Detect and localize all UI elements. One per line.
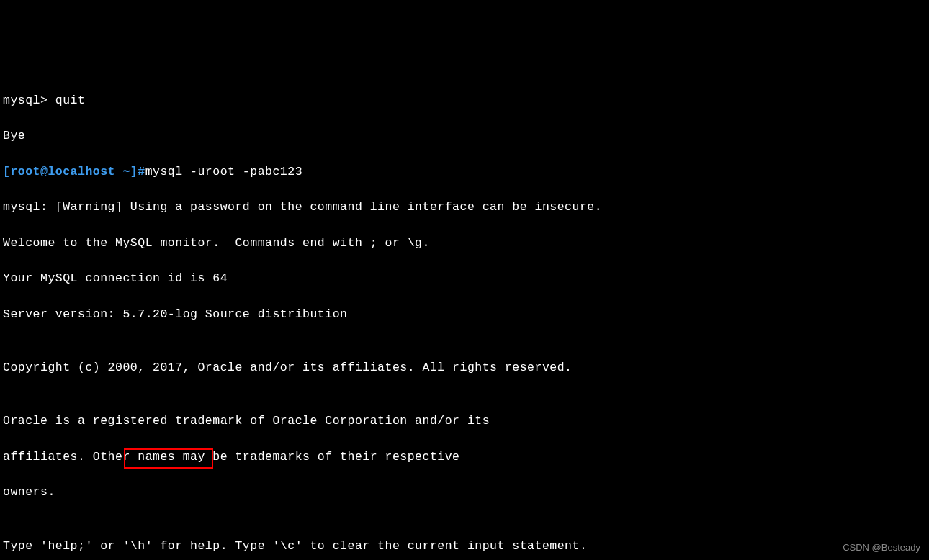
- line-help: Type 'help;' or '\h' for help. Type '\c'…: [3, 538, 926, 556]
- shell-prompt: [root@localhost ~]#: [3, 165, 145, 179]
- line-trademark-1: Oracle is a registered trademark of Orac…: [3, 412, 926, 430]
- line-server-version: Server version: 5.7.20-log Source distri…: [3, 306, 926, 324]
- line-conn-id: Your MySQL connection id is 64: [3, 270, 926, 288]
- cmd-mysql-login: mysql -uroot -pabc123: [145, 165, 302, 179]
- terminal-output[interactable]: mysql> quit Bye [root@localhost ~]#mysql…: [3, 74, 926, 560]
- line-trademark-3: owners.: [3, 484, 926, 502]
- line-shell-login: [root@localhost ~]#mysql -uroot -pabc123: [3, 163, 926, 181]
- line-trademark-2: affiliates. Other names may be trademark…: [3, 448, 926, 466]
- line-quit: mysql> quit: [3, 92, 926, 110]
- line-copyright: Copyright (c) 2000, 2017, Oracle and/or …: [3, 359, 926, 377]
- mysql-prompt: mysql>: [3, 94, 55, 107]
- line-bye: Bye: [3, 127, 926, 145]
- line-welcome: Welcome to the MySQL monitor. Commands e…: [3, 235, 926, 253]
- cmd-quit: quit: [55, 94, 86, 107]
- line-warning: mysql: [Warning] Using a password on the…: [3, 199, 926, 217]
- watermark: CSDN @Besteady: [843, 541, 920, 555]
